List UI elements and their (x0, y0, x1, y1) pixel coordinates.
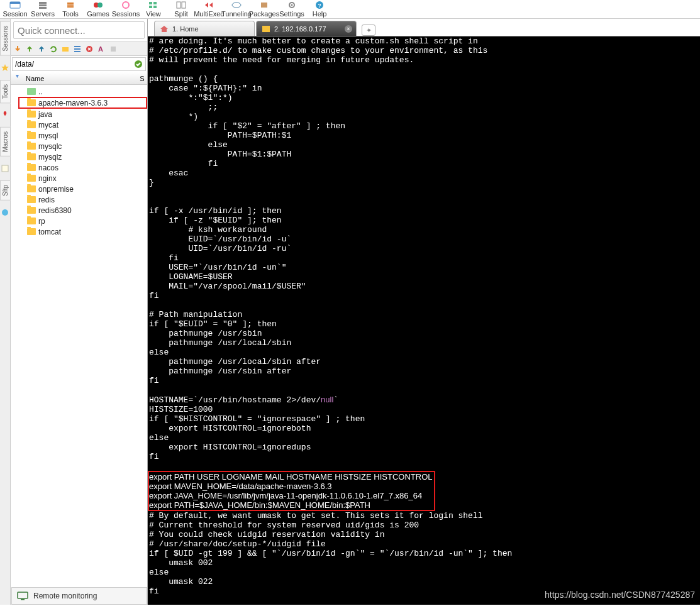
tree-col-s[interactable]: S (137, 75, 147, 82)
tree-item-label: mysqlz (38, 153, 62, 162)
tree-item-folder[interactable]: nginx (11, 173, 147, 184)
svg-rect-20 (2, 165, 8, 172)
tree-item-folder[interactable]: apache-maven-3.6.3 (18, 97, 147, 109)
folder-icon (27, 153, 36, 160)
folder-icon (27, 228, 36, 235)
tree-item-label: apache-maven-3.6.3 (38, 99, 108, 107)
tree-item-folder[interactable]: nacos (11, 162, 147, 173)
tree-item-folder[interactable]: mycat (11, 119, 147, 130)
tree-col-name[interactable]: Name (26, 75, 137, 82)
toolbar-servers[interactable]: Servers (29, 1, 57, 18)
tree-item-folder[interactable]: mysqlc (11, 141, 147, 152)
home-icon (160, 25, 169, 33)
svg-rect-10 (149, 6, 152, 8)
toolbar-help[interactable]: ?Help (306, 1, 333, 18)
folder-icon (27, 121, 36, 128)
rail-sessions[interactable]: Sessions (0, 21, 11, 56)
file-tree: ..apache-maven-3.6.3javamycatmysqlmysqlc… (11, 85, 147, 605)
folder-up-icon (27, 88, 36, 95)
folder-icon (27, 175, 36, 182)
svg-rect-27 (262, 26, 270, 32)
tree-item-label: redis (38, 196, 55, 204)
rail-macros[interactable]: Macros (0, 127, 11, 157)
sftp-upload2-icon[interactable] (36, 44, 47, 54)
tree-item-folder[interactable]: mysqlz (11, 152, 147, 162)
star-icon (1, 63, 9, 72)
tab[interactable]: 1. Home (154, 21, 255, 36)
tree-item-folder[interactable]: redis (11, 194, 147, 205)
tab-label: 2. 192.168.0.177 (274, 25, 326, 33)
tree-item-folder[interactable]: mysql (11, 130, 147, 141)
toolbar-multiexec[interactable]: MultiExec (195, 1, 223, 18)
sftp-panel: A /data/ ▾ Name S ..apache-maven-3.6.3ja… (11, 19, 148, 605)
terminal[interactable]: # are doing. It's much better to create … (148, 36, 700, 605)
toolbar-split[interactable]: Split (167, 1, 195, 18)
sftp-refresh-icon[interactable] (48, 44, 58, 54)
svg-text:A: A (98, 45, 103, 53)
script-icon (1, 164, 9, 173)
svg-rect-2 (39, 2, 47, 4)
svg-point-17 (291, 4, 293, 6)
tree-item-label: java (38, 110, 52, 119)
rail-sftp[interactable]: Sftp (0, 180, 11, 201)
path-ok-icon (134, 60, 143, 69)
left-rail: Sessions Tools Macros Sftp (0, 19, 11, 605)
tree-item-folder[interactable]: onpremise (11, 184, 147, 194)
tree-header: Name S (11, 72, 147, 85)
tool-red-icon (1, 111, 9, 119)
toolbar-tools[interactable]: Tools (57, 1, 84, 18)
rail-tools[interactable]: Tools (0, 80, 11, 103)
folder-icon (27, 143, 36, 150)
toolbar-sessions[interactable]: Sessions (112, 1, 140, 18)
monitor-icon (17, 592, 28, 600)
folder-icon (27, 207, 36, 214)
toolbar-session[interactable]: Session (1, 1, 29, 18)
sftp-newfolder-icon[interactable] (60, 44, 70, 54)
sftp-cog-icon[interactable] (108, 44, 118, 54)
status-bar[interactable]: Remote monitoring (11, 587, 147, 605)
svg-point-6 (97, 3, 103, 8)
svg-rect-11 (153, 6, 157, 8)
tree-item-label: .. (38, 87, 43, 96)
svg-rect-29 (21, 599, 25, 600)
sftp-font-icon[interactable]: A (96, 44, 106, 54)
tree-item-label: nginx (38, 174, 57, 183)
svg-rect-1 (10, 2, 20, 4)
toolbar-settings[interactable]: Settings (278, 1, 306, 18)
sftp-download-icon[interactable] (13, 44, 23, 54)
tree-item-up[interactable]: .. (11, 86, 147, 97)
svg-rect-13 (182, 2, 186, 8)
tabs-bar: 1. Home2. 192.168.0.177×✦ (148, 19, 700, 36)
svg-rect-12 (177, 2, 181, 8)
tree-item-label: redis6380 (38, 206, 72, 215)
tab-label: 1. Home (172, 25, 199, 33)
tab-add-button[interactable]: ✦ (362, 25, 375, 36)
folder-icon (27, 196, 36, 203)
tree-item-folder[interactable]: java (11, 109, 147, 119)
svg-rect-22 (62, 47, 69, 52)
tree-item-folder[interactable]: tomcat (11, 226, 147, 237)
sftp-upload-icon[interactable] (25, 44, 35, 54)
svg-point-7 (123, 2, 129, 8)
watermark: https://blog.csdn.net/CSDN877425287 (545, 590, 695, 600)
toolbar-games[interactable]: Games (84, 1, 112, 18)
tree-item-folder[interactable]: rp (11, 216, 147, 226)
wrench-icon (262, 25, 270, 33)
tree-item-label: mysql (38, 131, 58, 140)
toolbar-packages[interactable]: Packages (250, 1, 278, 18)
globe-icon (1, 208, 9, 217)
path-bar[interactable]: /data/ (12, 57, 146, 71)
toolbar-view[interactable]: View (140, 1, 167, 18)
tree-item-folder[interactable]: redis6380 (11, 205, 147, 216)
tab[interactable]: 2. 192.168.0.177× (256, 21, 357, 36)
toolbar-tunneling[interactable]: Tunneling (223, 1, 250, 18)
quick-connect-input[interactable] (13, 21, 145, 39)
tree-collapse-icon[interactable]: ▾ (16, 72, 19, 79)
tab-close-icon[interactable]: × (345, 25, 352, 33)
sftp-list-icon[interactable] (72, 44, 82, 54)
sftp-delete-icon[interactable] (84, 44, 94, 54)
svg-rect-3 (39, 4, 47, 6)
svg-rect-9 (153, 2, 157, 4)
svg-point-14 (232, 3, 241, 8)
folder-icon (27, 132, 36, 139)
